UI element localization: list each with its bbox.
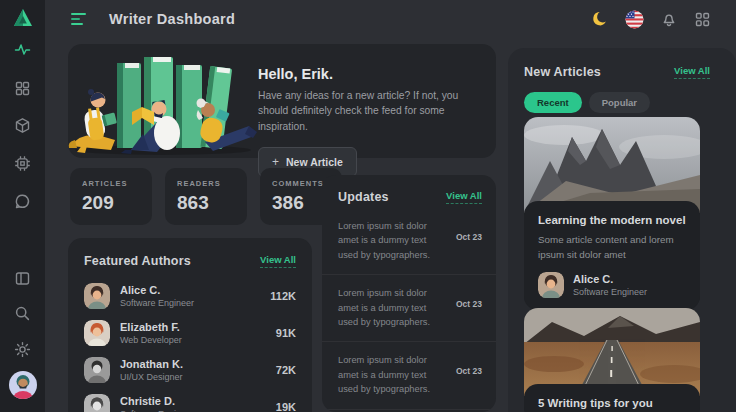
search-icon[interactable] bbox=[14, 304, 32, 322]
apps-grid-icon[interactable] bbox=[693, 10, 712, 29]
article-title: 5 Writing tips for you bbox=[538, 397, 686, 409]
hero-greeting: Hello, Erik. bbox=[258, 66, 486, 82]
article-author-name: Alice C. bbox=[573, 273, 647, 285]
article-card[interactable]: Learning the modern novel Some article c… bbox=[524, 117, 700, 310]
author-name: Elizabeth F. bbox=[120, 321, 276, 333]
new-articles-title: New Articles bbox=[524, 65, 601, 79]
activity-icon[interactable] bbox=[14, 40, 32, 58]
update-item[interactable]: Lorem ipsum sit dolor amet is a dummy te… bbox=[322, 275, 496, 342]
author-count: 72K bbox=[276, 364, 296, 376]
update-date: Oct 23 bbox=[456, 366, 482, 376]
package-icon[interactable] bbox=[14, 116, 32, 134]
article-card[interactable]: 5 Writing tips for you bbox=[524, 308, 700, 412]
update-text: Lorem ipsum sit dolor amet is a dummy te… bbox=[338, 219, 456, 262]
update-text: Lorem ipsum sit dolor amet is a dummy te… bbox=[338, 286, 456, 329]
chat-icon[interactable] bbox=[14, 192, 32, 210]
hero-card: Hello, Erik. Have any ideas for a new ar… bbox=[68, 44, 496, 158]
updates-card: Updates View All Lorem ipsum sit dolor a… bbox=[322, 175, 496, 412]
author-avatar bbox=[84, 357, 110, 383]
hero-message: Have any ideas for a new article? If not… bbox=[258, 88, 486, 134]
author-count: 19K bbox=[276, 401, 296, 412]
article-excerpt: Some article content and lorem ipsum sit… bbox=[538, 233, 686, 262]
article-author-avatar bbox=[538, 272, 564, 298]
stat-label: READERS bbox=[177, 179, 247, 188]
updates-view-all-link[interactable]: View All bbox=[446, 190, 482, 204]
stat-articles: ARTICLES 209 bbox=[70, 168, 152, 225]
header-actions bbox=[591, 0, 712, 38]
page-title: Writer Dashboard bbox=[109, 11, 235, 27]
woman-left bbox=[69, 89, 117, 153]
stat-value: 209 bbox=[82, 192, 152, 214]
stat-label: ARTICLES bbox=[82, 179, 152, 188]
dashboard-grid-icon[interactable] bbox=[14, 79, 32, 97]
stat-value: 863 bbox=[177, 192, 247, 214]
author-row[interactable]: Alice C.Software Engineer 112K bbox=[68, 283, 312, 309]
author-avatar bbox=[84, 394, 110, 412]
settings-gear-icon[interactable] bbox=[14, 340, 32, 358]
author-name: Alice C. bbox=[120, 284, 270, 296]
desert-road-image bbox=[524, 308, 700, 396]
author-avatar bbox=[84, 283, 110, 309]
updates-title: Updates bbox=[338, 190, 389, 204]
sidebar bbox=[0, 0, 45, 412]
tab-recent[interactable]: Recent bbox=[524, 92, 582, 113]
author-row[interactable]: Christie D.Software Engineer 19K bbox=[68, 394, 312, 412]
tab-popular[interactable]: Popular bbox=[589, 92, 650, 113]
bell-icon[interactable] bbox=[659, 10, 678, 29]
author-count: 91K bbox=[276, 327, 296, 339]
author-row[interactable]: Elizabeth F.Web Developer 91K bbox=[68, 320, 312, 346]
top-header: Writer Dashboard bbox=[45, 0, 736, 38]
new-articles-panel: New Articles View All Recent Popular Lea… bbox=[508, 48, 736, 412]
author-role: UI/UX Designer bbox=[120, 372, 276, 382]
cpu-icon[interactable] bbox=[14, 154, 32, 172]
update-text: Lorem ipsum sit dolor amet is a dummy te… bbox=[338, 353, 456, 396]
us-flag-icon[interactable] bbox=[625, 10, 644, 29]
user-avatar[interactable] bbox=[9, 371, 37, 399]
stats-row: ARTICLES 209 READERS 863 COMMENTS 386 bbox=[70, 168, 342, 225]
author-name: Christie D. bbox=[120, 395, 276, 407]
update-date: Oct 23 bbox=[456, 232, 482, 242]
update-item[interactable]: Lorem ipsum sit dolor amet is a dummy te… bbox=[322, 208, 496, 275]
article-title: Learning the modern novel bbox=[538, 214, 686, 226]
featured-authors-card: Featured Authors View All Alice C.Softwa… bbox=[68, 238, 312, 412]
new-articles-view-all-link[interactable]: View All bbox=[674, 65, 710, 79]
author-row[interactable]: Jonathan K.UI/UX Designer 72K bbox=[68, 357, 312, 383]
update-date: Oct 23 bbox=[456, 299, 482, 309]
mountain-peaks-image bbox=[524, 117, 700, 213]
logo-icon[interactable] bbox=[12, 8, 34, 28]
reading-people-illustration bbox=[55, 50, 259, 156]
author-name: Jonathan K. bbox=[120, 358, 276, 370]
update-item[interactable]: Lorem ipsum sit dolor amet is a dummy te… bbox=[322, 342, 496, 409]
author-avatar bbox=[84, 320, 110, 346]
featured-authors-title: Featured Authors bbox=[84, 254, 191, 268]
author-count: 112K bbox=[270, 290, 296, 302]
moon-icon[interactable] bbox=[591, 10, 610, 29]
featured-authors-view-all-link[interactable]: View All bbox=[260, 254, 296, 268]
new-article-button-label: New Article bbox=[286, 156, 343, 168]
menu-hamburger-icon[interactable] bbox=[71, 12, 88, 26]
article-author-role: Software Engineer bbox=[573, 287, 647, 297]
author-role: Web Developer bbox=[120, 335, 276, 345]
reader-icon[interactable] bbox=[14, 269, 32, 287]
author-role: Software Engineer bbox=[120, 298, 270, 308]
article-author: Alice C.Software Engineer bbox=[538, 272, 686, 298]
stat-readers: READERS 863 bbox=[165, 168, 247, 225]
articles-tabs: Recent Popular bbox=[524, 92, 736, 113]
